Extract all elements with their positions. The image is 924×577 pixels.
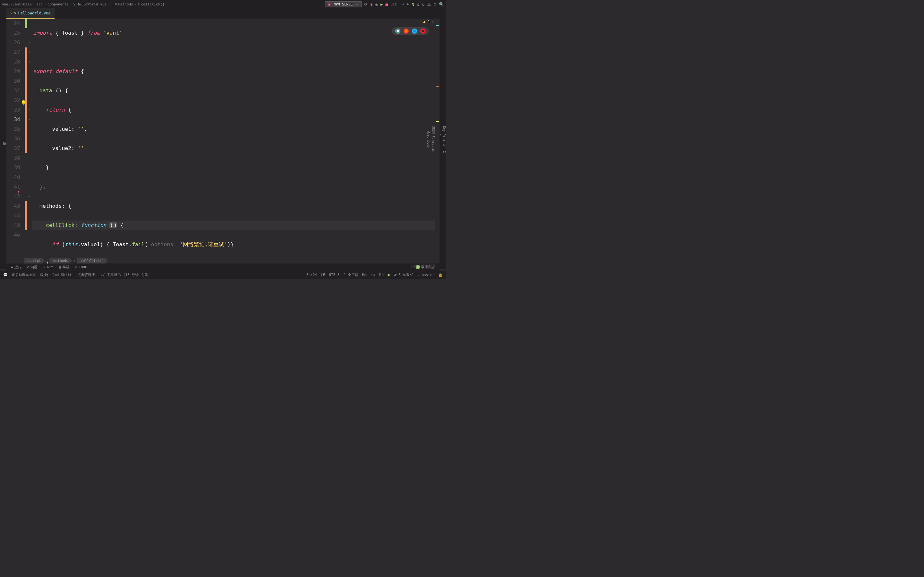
theme-indicator[interactable]: Monokai Pro ●: [362, 273, 390, 277]
crumb-methods[interactable]: methods: [49, 258, 72, 263]
rollback-icon[interactable]: ↻: [422, 2, 425, 7]
left-toolwindow-bar: 项目 结构 收藏夹 npm: [0, 8, 6, 269]
chevron-right-icon: ›: [70, 2, 72, 6]
play-icon[interactable]: ▶: [381, 2, 383, 7]
crumb-src[interactable]: src: [36, 2, 43, 6]
run-toolwindow-tab[interactable]: ▶ 运行: [11, 265, 21, 269]
breadcrumb[interactable]: vue3-vant-base › src › components › V He…: [2, 2, 168, 6]
encoding[interactable]: UTF-8: [329, 273, 339, 277]
git-toolwindow-tab[interactable]: ⑂ Git: [43, 265, 53, 269]
search-icon[interactable]: 🔍: [439, 2, 444, 7]
crumb-file[interactable]: HelloWorld.vue: [77, 2, 107, 6]
change-markers: [24, 19, 27, 259]
function-icon: ƒ: [137, 2, 140, 6]
git-push-icon[interactable]: ➤: [407, 2, 409, 7]
browser-preview-bar: [392, 27, 429, 35]
tab-label: HelloWorld.vue: [18, 11, 51, 15]
bug-icon[interactable]: ✱: [370, 2, 373, 7]
status-bar: 💬 要启动调试会话，请按住 Cmd+Shift 并点击该链接。 // 不再显示 …: [0, 271, 446, 279]
editor-tab-helloworld[interactable]: × V HelloWorld.vue: [6, 8, 55, 19]
chevron-right-icon: ›: [33, 2, 35, 6]
close-icon[interactable]: ×: [10, 11, 12, 15]
code-area[interactable]: import { Toast } from 'vant' export defa…: [32, 19, 439, 259]
fold-gutter: ▾▾▾▾▾▾: [27, 19, 32, 259]
warning-count: 4: [427, 19, 430, 24]
warning-icon: ▲: [423, 19, 425, 24]
toolbar-right: ▣ NPM SERVE ▾ ⟳ ✱ ◉ ▶ ■ Git: ⑂ ➤ ↯ ↺ ↻ 文…: [325, 1, 444, 7]
coverage-icon[interactable]: ◉: [375, 2, 378, 7]
bottom-toolwindow-bar: ▶ 运行 ⊘ 问题 ⑂ Git ▣ 终端 ☑ TODO 1 事件日志: [6, 263, 439, 271]
vue-file-icon: V: [73, 2, 76, 6]
navigation-bar: vue3-vant-base › src › components › V He…: [0, 0, 446, 8]
git-label: Git:: [391, 2, 399, 6]
chevron-right-icon: ›: [46, 259, 48, 263]
indentation[interactable]: 2 个空格: [343, 272, 358, 277]
chevron-right-icon: ›: [108, 2, 110, 6]
chevron-right-icon: ›: [166, 2, 168, 6]
right-toolwindow-bar: Key Promoter X Codota JSON Formatter Wor…: [439, 8, 446, 269]
stop-icon[interactable]: ■: [386, 2, 388, 7]
tips-icon[interactable]: 💬: [3, 273, 8, 277]
todo-toolwindow-tab[interactable]: ☑ TODO: [75, 265, 87, 269]
error-triangle-icon[interactable]: ▶: [18, 190, 20, 193]
terminal-toolwindow-tab[interactable]: ▣ 终端: [59, 265, 69, 269]
line-ending[interactable]: LF: [321, 273, 325, 277]
editor-tabs: × V HelloWorld.vue: [6, 8, 439, 19]
git-branch-icon[interactable]: ⑂: [402, 2, 404, 7]
intention-bulb-icon[interactable]: 💡: [21, 100, 27, 106]
git-branch[interactable]: ⑂ master: [417, 273, 435, 277]
reload-icon[interactable]: ⟳: [364, 2, 368, 7]
status-message: 要启动调试会话，请按住 Cmd+Shift 并点击该链接。 // 不再显示 (1…: [11, 272, 150, 277]
chevron-right-icon: ›: [73, 259, 76, 263]
git-pull-icon[interactable]: ↯: [412, 2, 415, 7]
watermark: @掘金技术社区: [411, 264, 436, 269]
caret-position[interactable]: 34:24: [306, 273, 317, 277]
chevron-down-icon: ▾: [356, 2, 358, 6]
vue-file-icon: V: [14, 11, 16, 15]
stash-indicator[interactable]: ⟳ 5 Δ/N/A: [394, 273, 414, 277]
history-icon[interactable]: ↺: [417, 2, 420, 7]
chevron-right-icon: ›: [134, 2, 137, 6]
firefox-icon[interactable]: [404, 29, 409, 34]
key-promoter-tab[interactable]: Key Promoter X: [443, 125, 446, 154]
npm-icon: ▣: [328, 2, 330, 6]
crumb-cellclick[interactable]: cellClick(): [141, 2, 165, 6]
translate-icon[interactable]: 文: [427, 1, 431, 7]
run-config-selector[interactable]: ▣ NPM SERVE ▾: [325, 1, 362, 7]
line-number-gutter: 24 25 26 27 28 29 30 31 32 33 34 35 36 3…: [6, 19, 24, 259]
crumb-cellclick[interactable]: cellClick(): [77, 258, 108, 263]
project-toolwindow-tab[interactable]: 项目: [2, 138, 6, 141]
opera-icon[interactable]: [420, 29, 425, 34]
code-editor[interactable]: 24 25 26 27 28 29 30 31 32 33 34 35 36 3…: [6, 19, 439, 259]
method-icon: ⋮≡: [111, 2, 117, 6]
edge-icon[interactable]: [412, 29, 417, 34]
locate-icon[interactable]: ⊡: [434, 2, 436, 7]
run-config-label: NPM SERVE: [334, 2, 353, 6]
crumb-methods[interactable]: methods: [118, 2, 133, 6]
error-stripe[interactable]: [435, 19, 439, 259]
structure-breadcrumb[interactable]: script › methods › cellClick(): [24, 258, 108, 263]
problems-toolwindow-tab[interactable]: ⊘ 问题: [27, 265, 38, 269]
crumb-project[interactable]: vue3-vant-base: [2, 2, 32, 6]
lock-icon[interactable]: 🔒: [438, 273, 443, 277]
chrome-icon[interactable]: [395, 29, 401, 34]
crumb-script[interactable]: script: [24, 258, 45, 263]
prev-highlight-icon[interactable]: ↑: [432, 19, 434, 24]
crumb-components[interactable]: components: [47, 2, 69, 6]
chevron-right-icon: ›: [44, 2, 46, 6]
